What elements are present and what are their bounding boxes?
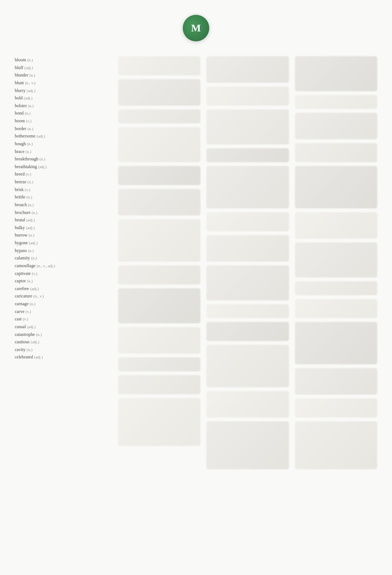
list-item[interactable]: captor (n.) <box>15 277 111 285</box>
image-block <box>206 86 289 106</box>
image-block <box>206 391 289 418</box>
image-block <box>118 56 200 75</box>
list-item[interactable]: boom (v.) <box>15 117 111 125</box>
image-block <box>206 212 289 231</box>
list-item[interactable]: bolster (n.) <box>15 102 111 110</box>
image-block <box>206 235 289 262</box>
image-block <box>118 79 200 106</box>
image-block <box>118 109 200 123</box>
image-block <box>206 56 289 83</box>
list-item[interactable]: cautious (adj.) <box>15 338 111 346</box>
image-block <box>295 398 377 418</box>
image-block <box>118 398 200 446</box>
list-item[interactable]: breathtaking (adj.) <box>15 163 111 171</box>
image-block <box>206 345 289 387</box>
image-block <box>295 212 377 239</box>
list-item[interactable]: camouflage (n., v., adj.) <box>15 262 111 270</box>
list-item[interactable]: border (n.) <box>15 125 111 133</box>
list-item[interactable]: carnage (n.) <box>15 300 111 308</box>
list-item[interactable]: bold (adj.) <box>15 94 111 102</box>
list-item[interactable]: cavity (n.) <box>15 346 111 354</box>
image-block <box>206 322 289 341</box>
list-item[interactable]: broach (n.) <box>15 201 111 209</box>
word-list: bloom (n.)bluff (adj.)blunder (n.)blunt … <box>15 56 111 469</box>
list-item[interactable]: bluff (adj.) <box>15 64 111 72</box>
list-item[interactable]: blunt (n., v.) <box>15 79 111 87</box>
list-item[interactable]: carve (v.) <box>15 308 111 316</box>
image-block <box>206 265 289 300</box>
image-block <box>206 304 289 318</box>
image-block <box>118 288 200 323</box>
image-block <box>206 109 289 144</box>
image-block <box>295 368 377 395</box>
list-item[interactable]: bloom (n.) <box>15 56 111 64</box>
list-item[interactable]: catastrophe (n.) <box>15 331 111 338</box>
image-block <box>295 166 377 208</box>
list-item[interactable]: breed (v.) <box>15 170 111 178</box>
list-item[interactable]: calamity (n.) <box>15 254 111 262</box>
list-item[interactable]: burrow (n.) <box>15 231 111 239</box>
image-column-col1 <box>118 56 200 469</box>
list-item[interactable]: blurry (adj.) <box>15 87 111 95</box>
image-block <box>295 322 377 364</box>
list-item[interactable]: bothersome (adj.) <box>15 132 111 140</box>
image-block <box>118 375 200 394</box>
image-block <box>118 327 200 354</box>
image-block <box>295 113 377 139</box>
image-block <box>118 127 200 162</box>
image-block <box>118 189 200 215</box>
list-item[interactable]: brace (n.) <box>15 148 111 156</box>
image-block <box>206 421 289 469</box>
main-content: bloom (n.)bluff (adj.)blunder (n.)blunt … <box>0 56 392 469</box>
image-column-col2 <box>206 56 289 469</box>
list-item[interactable]: bypass (n.) <box>15 247 111 255</box>
list-item[interactable]: brisk (v.) <box>15 186 111 194</box>
images-area <box>111 56 377 469</box>
list-item[interactable]: bond (n.) <box>15 109 111 117</box>
logo-letter: M <box>191 22 201 34</box>
image-block <box>295 421 377 469</box>
list-item[interactable]: breakthrough (n.) <box>15 155 111 163</box>
image-block <box>118 166 200 185</box>
logo-avatar: M <box>183 15 209 41</box>
list-item[interactable]: celebrated (adj.) <box>15 353 111 361</box>
logo-area: M <box>0 0 392 41</box>
image-column-col3 <box>295 56 377 469</box>
image-block <box>295 299 377 318</box>
list-item[interactable]: bough (n.) <box>15 140 111 148</box>
list-item[interactable]: blunder (n.) <box>15 71 111 79</box>
list-item[interactable]: brutal (adj.) <box>15 216 111 224</box>
list-item[interactable]: caricature (n., v.) <box>15 292 111 300</box>
list-item[interactable]: brochure (n.) <box>15 209 111 217</box>
list-item[interactable]: carefree (adj.) <box>15 285 111 293</box>
list-item[interactable]: bulky (adj.) <box>15 224 111 232</box>
image-block <box>118 357 200 371</box>
list-item[interactable]: breeze (n.) <box>15 178 111 186</box>
list-item[interactable]: captivate (v.) <box>15 270 111 278</box>
image-block <box>295 281 377 295</box>
list-item[interactable]: brittle (n.) <box>15 193 111 201</box>
list-item[interactable]: bygone (adj.) <box>15 239 111 247</box>
image-block <box>295 95 377 109</box>
image-block <box>295 242 377 278</box>
image-block <box>118 219 200 262</box>
image-block <box>295 143 377 162</box>
image-block <box>118 265 200 285</box>
list-item[interactable]: casual (adj.) <box>15 323 111 331</box>
image-block <box>206 148 289 162</box>
list-item[interactable]: cast (v.) <box>15 315 111 323</box>
image-block <box>295 56 377 91</box>
image-block <box>206 166 289 208</box>
